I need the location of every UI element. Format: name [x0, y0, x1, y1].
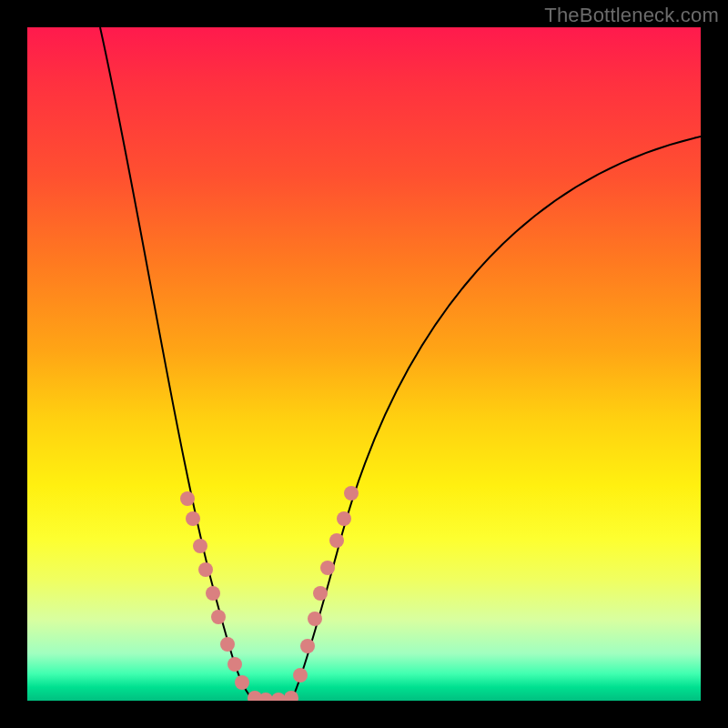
data-dot [293, 668, 308, 682]
data-dot [284, 691, 298, 701]
data-dot [271, 693, 286, 701]
data-dot [198, 562, 213, 577]
plot-area [27, 27, 701, 701]
data-dot [193, 539, 207, 553]
data-dot [329, 533, 344, 548]
data-dot [337, 511, 351, 526]
watermark-label: TheBottleneck.com [544, 4, 719, 27]
data-dot [180, 491, 195, 506]
curve-layer [27, 27, 701, 701]
data-dot [206, 586, 220, 601]
data-dot [313, 586, 328, 601]
data-dot [235, 675, 249, 690]
dots-group [180, 486, 359, 701]
data-dot [344, 486, 359, 500]
chart-frame: TheBottleneck.com [0, 0, 728, 728]
data-dot [220, 637, 235, 652]
data-dot [228, 657, 242, 672]
data-dot [320, 561, 335, 575]
bottleneck-curve [100, 27, 701, 701]
data-dot [211, 610, 226, 624]
data-dot [308, 612, 322, 626]
data-dot [186, 511, 200, 526]
data-dot [300, 639, 315, 653]
